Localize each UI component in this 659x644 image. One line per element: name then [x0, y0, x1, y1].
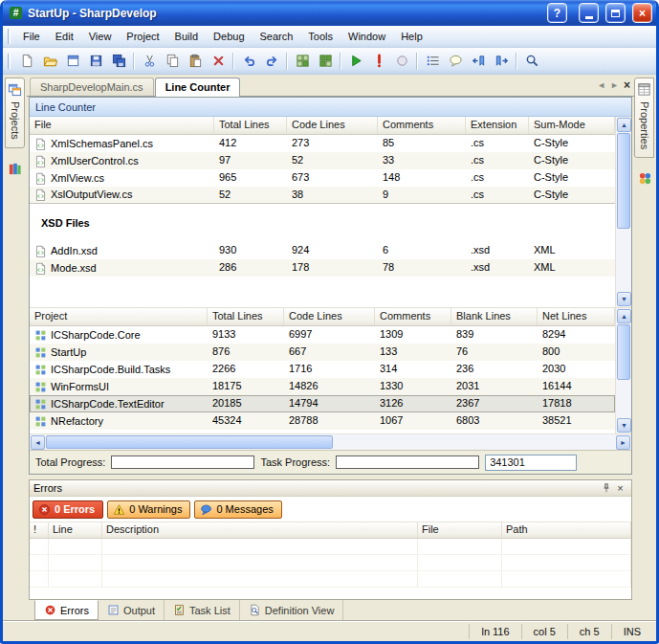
- code-lines-column-header[interactable]: Code Lines: [287, 117, 378, 134]
- file-column-header[interactable]: File: [418, 522, 502, 538]
- menu-item-debug[interactable]: Debug: [206, 28, 252, 45]
- table-row[interactable]: XmlView.cs965673148.csC-Style: [30, 169, 615, 187]
- extension-column-header[interactable]: Extension: [466, 117, 529, 134]
- errors-panel-titlebar[interactable]: Errors ×: [30, 480, 631, 497]
- scroll-up-icon[interactable]: ▲: [617, 118, 631, 132]
- close-tab-icon[interactable]: ×: [624, 78, 630, 92]
- build-button[interactable]: [291, 50, 314, 72]
- task-counter-box[interactable]: 341301: [485, 455, 577, 471]
- bottom-tab-task-list[interactable]: Task List: [165, 600, 240, 620]
- menu-grip[interactable]: [8, 29, 11, 44]
- comments-column-header[interactable]: Comments: [375, 308, 451, 325]
- sidebar-tab-projects[interactable]: Projects: [5, 78, 25, 148]
- bookmark-list-button[interactable]: [421, 50, 444, 72]
- search-button[interactable]: [520, 50, 543, 72]
- pin-icon[interactable]: [599, 481, 613, 495]
- scroll-thumb[interactable]: [617, 133, 630, 229]
- sum-mode-column-header[interactable]: Sum-Mode: [529, 117, 615, 134]
- comments-column-header[interactable]: Comments: [378, 117, 466, 134]
- save-all-button[interactable]: [107, 50, 130, 72]
- table-row[interactable]: ICSharpCode.Core9133699713098398294: [30, 326, 615, 344]
- table-row[interactable]: StartUp87666713376800: [30, 344, 615, 361]
- menu-item-edit[interactable]: Edit: [48, 28, 81, 45]
- path-column-header[interactable]: Path: [502, 522, 631, 538]
- table-row[interactable]: AddIn.xsd9309246.xsdXML: [30, 242, 615, 259]
- copy-button[interactable]: [161, 50, 184, 72]
- line-column-header[interactable]: Line: [49, 522, 102, 538]
- table-row[interactable]: ICSharpCode.TextEditor201851479431262367…: [30, 395, 615, 412]
- menu-item-build[interactable]: Build: [167, 28, 206, 45]
- paste-button[interactable]: [184, 50, 207, 72]
- table-row[interactable]: WinFormsUI18175148261330203116144: [30, 378, 615, 395]
- run-button[interactable]: [344, 50, 367, 72]
- net-lines-column-header[interactable]: Net Lines: [538, 308, 615, 325]
- table-row[interactable]: XslOutputView.cs52389.csC-Style: [30, 187, 615, 204]
- sidebar-tab-classes[interactable]: [3, 162, 27, 176]
- table-row[interactable]: ICSharpCode.Build.Tasks22661716314236203…: [30, 361, 615, 378]
- file-column-header[interactable]: File: [30, 117, 214, 134]
- table-row[interactable]: [30, 430, 615, 433]
- table-row[interactable]: NRefactory45324287881067680338521: [30, 412, 615, 430]
- horizontal-scrollbar[interactable]: ◄ ►: [30, 433, 631, 450]
- comment-button[interactable]: [444, 50, 467, 72]
- undo-button[interactable]: [237, 50, 260, 72]
- sidebar-tab-properties[interactable]: Properties: [634, 78, 654, 158]
- scroll-right-icon[interactable]: ►: [616, 435, 630, 450]
- new-form-button[interactable]: [61, 50, 84, 72]
- bottom-tab-definition-view[interactable]: Definition View: [240, 600, 344, 620]
- title-bar[interactable]: # StartUp - SharpDevelop ? ×: [3, 0, 656, 26]
- close-button[interactable]: ×: [632, 3, 652, 23]
- menu-item-view[interactable]: View: [81, 28, 120, 45]
- blank-lines-column-header[interactable]: Blank Lines: [451, 308, 538, 325]
- files-table-scrollbar[interactable]: ▲ ▼: [615, 117, 631, 307]
- menu-item-search[interactable]: Search: [253, 28, 301, 45]
- help-button[interactable]: ?: [547, 3, 567, 23]
- description-column-header[interactable]: Description: [102, 522, 418, 538]
- errors-filter-button[interactable]: 0 Errors: [33, 500, 103, 519]
- previous-tab-icon[interactable]: ◄: [597, 80, 605, 90]
- sidebar-tab-toolbox[interactable]: [634, 171, 656, 186]
- maximize-button[interactable]: [605, 3, 626, 23]
- menu-item-help[interactable]: Help: [393, 28, 430, 45]
- bottom-tab-output[interactable]: Output: [99, 600, 165, 620]
- cut-button[interactable]: [138, 50, 161, 72]
- minimize-button[interactable]: [579, 3, 599, 23]
- next-tab-icon[interactable]: ►: [610, 80, 619, 90]
- table-row[interactable]: XmlUserControl.cs975233.csC-Style: [30, 152, 615, 169]
- redo-button[interactable]: [260, 50, 283, 72]
- bottom-tab-errors[interactable]: Errors: [34, 600, 99, 620]
- tab-line-counter[interactable]: Line Counter: [155, 78, 241, 97]
- total-lines-column-header[interactable]: Total Lines: [214, 117, 287, 134]
- toolbar-grip[interactable]: [8, 54, 11, 69]
- table-row[interactable]: Mode.xsd28617878.xsdXML: [30, 259, 615, 277]
- next-bookmark-button[interactable]: [490, 50, 513, 72]
- menu-item-file[interactable]: File: [15, 28, 48, 45]
- menu-item-tools[interactable]: Tools: [300, 28, 340, 45]
- scroll-thumb[interactable]: [46, 435, 333, 449]
- close-panel-icon[interactable]: ×: [613, 481, 627, 495]
- breakpoint-button[interactable]: [390, 50, 413, 72]
- scroll-thumb[interactable]: [617, 324, 630, 380]
- severity-column-header[interactable]: !: [30, 522, 49, 538]
- open-file-button[interactable]: [38, 50, 61, 72]
- table-row[interactable]: XmlSchemasPanel.cs41227385.csC-Style: [30, 135, 615, 152]
- scroll-left-icon[interactable]: ◄: [31, 435, 45, 450]
- scroll-down-icon[interactable]: ▼: [617, 292, 631, 306]
- abort-build-button[interactable]: [367, 50, 390, 72]
- code-lines-column-header[interactable]: Code Lines: [284, 308, 375, 325]
- menu-item-project[interactable]: Project: [119, 28, 166, 45]
- menu-item-window[interactable]: Window: [340, 28, 393, 45]
- project-column-header[interactable]: Project: [30, 308, 208, 325]
- build-all-button[interactable]: [314, 50, 337, 72]
- save-file-button[interactable]: [84, 50, 107, 72]
- projects-table-scrollbar[interactable]: ▲ ▼: [615, 308, 631, 433]
- prev-bookmark-button[interactable]: [467, 50, 490, 72]
- scroll-down-icon[interactable]: ▼: [617, 418, 631, 433]
- scroll-up-icon[interactable]: ▲: [617, 309, 631, 323]
- total-lines-column-header[interactable]: Total Lines: [208, 308, 284, 325]
- messages-filter-button[interactable]: 0 Messages: [194, 500, 281, 519]
- tab-sharpdevelopmain-cs[interactable]: SharpDevelopMain.cs: [30, 78, 154, 96]
- warnings-filter-button[interactable]: 0 Warnings: [107, 500, 190, 519]
- delete-button[interactable]: [207, 50, 230, 72]
- new-file-button[interactable]: [15, 50, 38, 72]
